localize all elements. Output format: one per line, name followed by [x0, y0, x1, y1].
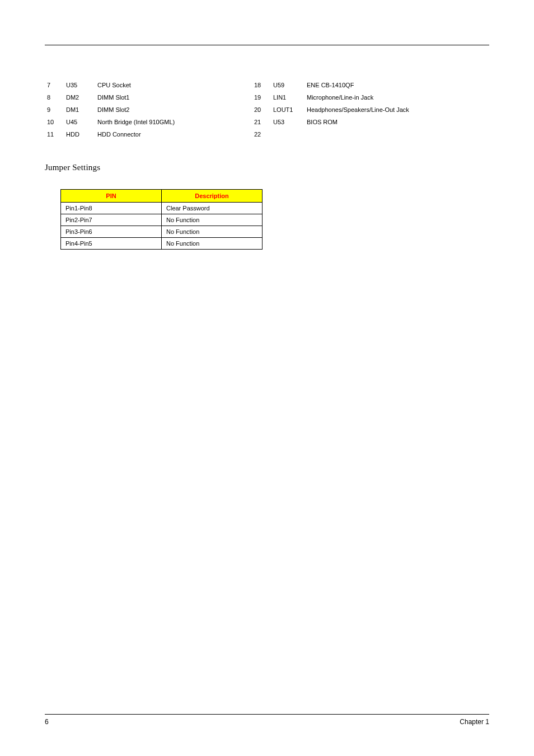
jumper-desc: No Function — [162, 214, 263, 226]
component-num: 22 — [252, 128, 271, 140]
jumper-settings-heading: Jumper Settings — [45, 163, 489, 172]
component-num: 18 — [252, 79, 271, 91]
component-desc: ENE CB-1410QF — [305, 79, 489, 91]
component-num: 7 — [45, 79, 64, 91]
component-id: U45 — [64, 116, 95, 128]
component-desc: CPU Socket — [95, 79, 252, 91]
jumper-settings-table: PIN Description Pin1-Pin8 Clear Password… — [60, 189, 263, 250]
component-desc: Headphones/Speakers/Line-Out Jack — [305, 104, 489, 116]
component-desc: DIMM Slot2 — [95, 104, 252, 116]
component-desc: BIOS ROM — [305, 116, 489, 128]
component-num: 11 — [45, 128, 64, 140]
component-num: 9 — [45, 104, 64, 116]
component-list: 7 U35 CPU Socket 18 U59 ENE CB-1410QF 8 … — [45, 79, 489, 140]
page-footer: 6 Chapter 1 — [45, 714, 489, 726]
jumper-pin: Pin3-Pin6 — [61, 226, 162, 238]
table-row: Pin1-Pin8 Clear Password — [61, 203, 263, 214]
page-number: 6 — [45, 718, 49, 726]
jumper-pin: Pin4-Pin5 — [61, 238, 162, 250]
component-desc: Microphone/Line-in Jack — [305, 91, 489, 104]
component-desc: HDD Connector — [95, 128, 252, 140]
jumper-pin: Pin1-Pin8 — [61, 203, 162, 214]
table-row: Pin2-Pin7 No Function — [61, 214, 263, 226]
component-id: DM2 — [64, 91, 95, 104]
component-desc — [305, 128, 489, 140]
component-num: 10 — [45, 116, 64, 128]
component-desc: DIMM Slot1 — [95, 91, 252, 104]
component-num: 19 — [252, 91, 271, 104]
jumper-desc: No Function — [162, 238, 263, 250]
jumper-header-pin: PIN — [61, 190, 162, 203]
component-num: 20 — [252, 104, 271, 116]
component-num: 21 — [252, 116, 271, 128]
jumper-desc: Clear Password — [162, 203, 263, 214]
chapter-label: Chapter 1 — [460, 718, 489, 726]
component-num: 8 — [45, 91, 64, 104]
component-id: U53 — [271, 116, 305, 128]
jumper-header-desc: Description — [162, 190, 263, 203]
component-id — [271, 128, 305, 140]
component-id: HDD — [64, 128, 95, 140]
table-row: Pin4-Pin5 No Function — [61, 238, 263, 250]
component-id: LOUT1 — [271, 104, 305, 116]
jumper-desc: No Function — [162, 226, 263, 238]
component-id: DM1 — [64, 104, 95, 116]
jumper-pin: Pin2-Pin7 — [61, 214, 162, 226]
component-id: U59 — [271, 79, 305, 91]
component-desc: North Bridge (Intel 910GML) — [95, 116, 252, 128]
component-id: LIN1 — [271, 91, 305, 104]
table-row: Pin3-Pin6 No Function — [61, 226, 263, 238]
component-id: U35 — [64, 79, 95, 91]
